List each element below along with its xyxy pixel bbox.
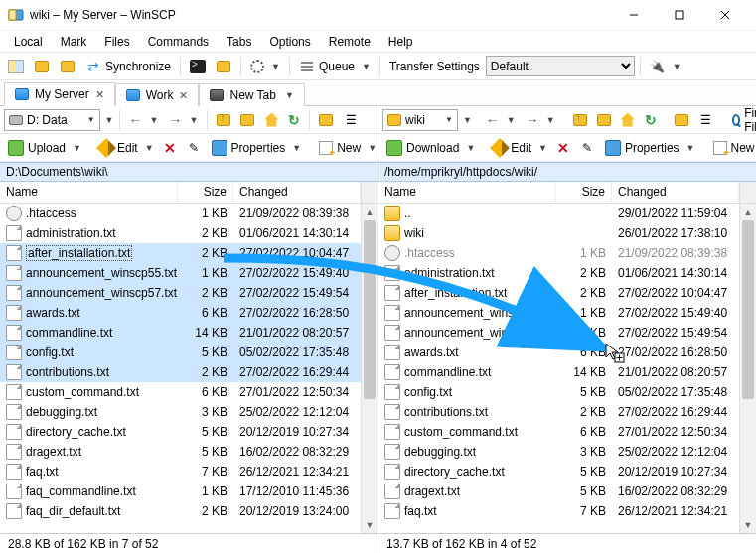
local-properties-button[interactable]: Properties▼ [208, 136, 306, 160]
menu-help[interactable]: Help [380, 33, 421, 51]
close-button[interactable] [702, 0, 748, 30]
remote-parent-button[interactable] [569, 108, 591, 132]
maximize-button[interactable] [657, 0, 702, 30]
file-row[interactable]: administration.txt2 KB01/06/2021 14:30:1… [0, 223, 361, 243]
file-row[interactable]: custom_command.txt6 KB27/01/2022 12:50:3… [378, 422, 739, 442]
file-row[interactable]: debugging.txt3 KB25/02/2022 12:12:04 [0, 402, 361, 422]
remote-scrollbar[interactable]: ▲ ▼ [739, 204, 756, 533]
remote-rename-button[interactable]: ✎ [575, 136, 599, 160]
scroll-thumb[interactable] [364, 220, 376, 399]
local-refresh-button[interactable]: ↻ [284, 108, 304, 132]
file-row[interactable]: announcement_winscp57.txt2 KB27/02/2022 … [0, 283, 361, 303]
transfer-settings-combo[interactable]: Default [486, 56, 635, 76]
scroll-up-icon[interactable]: ▲ [362, 204, 378, 220]
session-tab-new[interactable]: New Tab ▼ [199, 83, 304, 106]
toolbar-terminal-button[interactable] [186, 55, 210, 78]
local-scrollbar[interactable]: ▲ ▼ [361, 204, 378, 533]
file-row[interactable]: announcement_winscp57.txt2 KB27/02/2022 … [378, 323, 739, 343]
file-row[interactable]: directory_cache.txt5 KB20/12/2019 10:27:… [378, 462, 739, 482]
file-row[interactable]: ..29/01/2022 11:59:04 [378, 204, 739, 223]
menu-files[interactable]: Files [96, 33, 137, 51]
toolbar-sync-browse-button[interactable] [30, 55, 54, 78]
file-row[interactable]: commandline.txt14 KB21/01/2022 08:20:57 [378, 362, 739, 382]
remote-refresh-button[interactable]: ↻ [641, 108, 661, 132]
session-tab-myserver[interactable]: My Server ✕ [4, 82, 115, 106]
download-button[interactable]: Download▼ [382, 136, 479, 160]
file-row[interactable]: faq.txt7 KB26/12/2021 12:34:21 [378, 501, 739, 521]
menu-tabs[interactable]: Tabs [219, 33, 259, 51]
local-forward-button[interactable]: →▼ [164, 108, 202, 132]
local-file-list[interactable]: .htaccess1 KB21/09/2022 08:39:38administ… [0, 204, 361, 533]
remote-delete-button[interactable]: ✕ [553, 136, 573, 160]
file-row[interactable]: awards.txt6 KB27/02/2022 16:28:50 [378, 343, 739, 362]
file-row[interactable]: config.txt5 KB05/02/2022 17:35:48 [378, 382, 739, 402]
upload-button[interactable]: Upload▼ [4, 136, 85, 160]
toolbar-explorer-button[interactable] [212, 55, 235, 78]
find-files-button[interactable]: Find Files [728, 108, 756, 132]
menu-local[interactable]: Local [6, 33, 51, 51]
queue-button[interactable]: Queue ▼ [295, 55, 375, 78]
local-new-button[interactable]: New▼ [315, 136, 380, 160]
file-row[interactable]: custom_command.txt6 KB27/01/2022 12:50:3… [0, 382, 361, 402]
menu-mark[interactable]: Mark [53, 33, 95, 51]
remote-back-button[interactable]: ←▼ [482, 108, 520, 132]
local-delete-button[interactable]: ✕ [160, 136, 180, 160]
menu-commands[interactable]: Commands [140, 33, 217, 51]
local-drive-combo[interactable]: D: Data ▼ [4, 109, 100, 131]
remote-home-button[interactable] [617, 108, 639, 132]
file-row[interactable]: .htaccess1 KB21/09/2022 08:39:38 [378, 243, 739, 263]
file-row[interactable]: awards.txt6 KB27/02/2022 16:28:50 [0, 303, 361, 323]
toolbar-layout-button[interactable] [4, 55, 28, 78]
menu-options[interactable]: Options [261, 33, 318, 51]
scroll-thumb[interactable] [742, 220, 754, 399]
file-row[interactable]: announcement_winscp55.txt1 KB27/02/2022 … [378, 303, 739, 323]
local-tree-button[interactable]: ☰ [339, 108, 363, 132]
remote-edit-button[interactable]: Edit▼ [489, 136, 551, 160]
menu-remote[interactable]: Remote [321, 33, 378, 51]
minimize-button[interactable] [611, 0, 657, 30]
file-row[interactable]: faq_dir_default.txt2 KB20/12/2019 13:24:… [0, 501, 361, 521]
scroll-up-icon[interactable]: ▲ [740, 204, 756, 220]
local-rename-button[interactable]: ✎ [182, 136, 206, 160]
file-row[interactable]: contributions.txt2 KB27/02/2022 16:29:44 [378, 402, 739, 422]
col-name[interactable]: Name [378, 182, 556, 203]
toolbar-settings-button[interactable]: ▼ [246, 55, 284, 78]
remote-file-list[interactable]: ..29/01/2022 11:59:04wiki26/01/2022 17:3… [378, 204, 739, 533]
synchronize-button[interactable]: ⇄ Synchronize [81, 55, 175, 78]
remote-forward-button[interactable]: →▼ [522, 108, 559, 132]
file-row[interactable]: debugging.txt3 KB25/02/2022 12:12:04 [378, 442, 739, 462]
file-row[interactable]: .htaccess1 KB21/09/2022 08:39:38 [0, 204, 361, 223]
local-edit-button[interactable]: Edit▼ [95, 136, 158, 160]
file-row[interactable]: dragext.txt5 KB16/02/2022 08:32:29 [0, 442, 361, 462]
tab-close-icon[interactable]: ✕ [95, 88, 104, 101]
scroll-down-icon[interactable]: ▼ [362, 516, 378, 533]
remote-new-button[interactable]: New▼ [709, 136, 756, 160]
toolbar-compare-button[interactable] [56, 55, 79, 78]
scroll-down-icon[interactable]: ▼ [740, 516, 756, 533]
local-parent-button[interactable] [213, 108, 234, 132]
col-changed[interactable]: Changed [233, 182, 361, 203]
remote-root-button[interactable] [593, 108, 615, 132]
col-changed[interactable]: Changed [612, 182, 739, 203]
session-tab-work[interactable]: Work ✕ [115, 83, 200, 106]
col-size[interactable]: Size [178, 182, 233, 203]
file-row[interactable]: announcement_winscp55.txt1 KB27/02/2022 … [0, 263, 361, 283]
file-row[interactable]: directory_cache.txt5 KB20/12/2019 10:27:… [0, 422, 361, 442]
drive-history-drop[interactable]: ▼ [105, 115, 114, 125]
tab-close-icon[interactable]: ✕ [179, 89, 188, 102]
col-name[interactable]: Name [0, 182, 178, 203]
local-path-bar[interactable]: D:\Documents\wiki\ [0, 162, 378, 182]
file-row[interactable]: commandline.txt14 KB21/01/2022 08:20:57 [0, 323, 361, 343]
file-row[interactable]: faq.txt7 KB26/12/2021 12:34:21 [0, 462, 361, 482]
file-row[interactable]: dragext.txt5 KB16/02/2022 08:32:29 [378, 482, 739, 501]
dir-history-drop[interactable]: ▼ [463, 115, 472, 125]
remote-bookmark-button[interactable] [671, 108, 692, 132]
file-row[interactable]: administration.txt2 KB01/06/2021 14:30:1… [378, 263, 739, 283]
remote-path-bar[interactable]: /home/mprikryl/httpdocs/wiki/ [378, 162, 756, 182]
local-root-button[interactable] [236, 108, 258, 132]
remote-properties-button[interactable]: Properties▼ [601, 136, 699, 160]
remote-dir-combo[interactable]: wiki ▼ [382, 109, 458, 131]
file-row[interactable]: after_installation.txt2 KB27/02/2022 10:… [378, 283, 739, 303]
local-bookmark-button[interactable] [315, 108, 337, 132]
remote-tree-button[interactable]: ☰ [694, 108, 718, 132]
